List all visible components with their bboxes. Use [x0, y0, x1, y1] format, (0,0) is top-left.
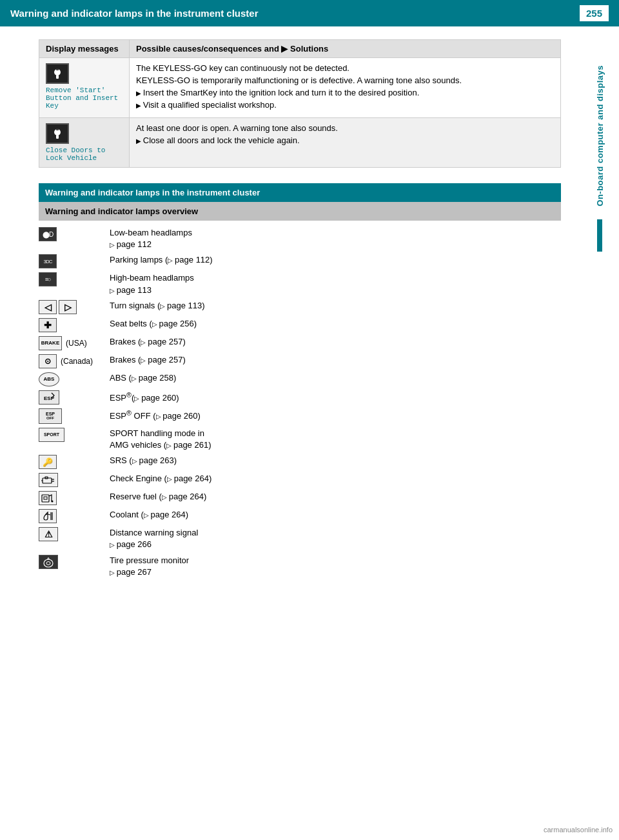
- lamp-desc: Brakes (page 257): [110, 354, 561, 366]
- row2-icon-label: Close Doors toLock Vehicle: [46, 146, 123, 162]
- list-item: ≡○ High-beam headlampspage 113: [39, 272, 561, 295]
- lamp-desc: High-beam headlampspage 113: [110, 272, 561, 295]
- list-item: Check Engine (page 264): [39, 473, 561, 487]
- lamp-desc: Coolant (page 264): [110, 509, 561, 521]
- list-item: ◁ ▷ Turn signals (page 113): [39, 300, 561, 314]
- svg-rect-4: [56, 135, 59, 139]
- lamp-desc: SPORT handling mode inAMG vehicles (page…: [110, 428, 561, 451]
- page-ref: page 113: [160, 301, 202, 310]
- esp-icon: ESP: [39, 390, 59, 405]
- col1-header: Display messages: [39, 40, 130, 58]
- row2-content: At least one door is open. A warning ton…: [130, 118, 561, 168]
- list-item: 🔑 SRS (page 263): [39, 455, 561, 469]
- page-ref: page 261: [166, 440, 208, 450]
- lamp-icon-col: ◁ ▷: [39, 300, 110, 314]
- sidebar-label: On-board computer and displays: [595, 65, 605, 206]
- table-row: Remove 'Start'Button and InsertKey The K…: [39, 58, 561, 118]
- lamp-desc: Reserve fuel (page 264): [110, 491, 561, 503]
- lamp-desc: Turn signals (page 113): [110, 300, 561, 312]
- parking-lamp-icon: 3DC: [39, 254, 57, 268]
- lamp-icon-col: SPORT: [39, 428, 110, 442]
- content-area: Display messages Possible causes/consequ…: [0, 39, 580, 595]
- row1-line2: KEYLESS-GO is temporarily malfunctioning…: [136, 75, 554, 85]
- table-row: Close Doors toLock Vehicle At least one …: [39, 118, 561, 168]
- page-ref: page 264: [167, 474, 209, 483]
- list-item: ⬤D Low-beam headlampspage 112: [39, 227, 561, 250]
- distance-warning-icon: ⚠: [39, 527, 58, 541]
- list-item: ⊙ (Canada) Brakes (page 257): [39, 354, 561, 368]
- header-title: Warning and indicator lamps in the instr…: [10, 8, 259, 19]
- lamp-desc: ABS (page 258): [110, 372, 561, 384]
- usa-label: (USA): [66, 339, 87, 348]
- row1-content: The KEYLESS-GO key can continuously not …: [130, 58, 561, 118]
- esp-icon-svg: ESP: [43, 392, 55, 403]
- right-sidebar: On-board computer and displays: [580, 39, 619, 595]
- page-ref: page 112: [168, 255, 210, 265]
- sport-icon: SPORT: [39, 428, 64, 442]
- lamp-icon-col: [39, 509, 110, 523]
- coolant-icon-svg: [41, 510, 55, 522]
- row1-line3: Insert the SmartKey into the ignition lo…: [136, 88, 554, 97]
- seatbelt-icon: ✚: [39, 318, 57, 332]
- svg-point-17: [44, 559, 53, 567]
- page-ref: page 256: [152, 319, 194, 328]
- reserve-fuel-icon: [39, 491, 57, 505]
- lamp-icon-col: ABS: [39, 372, 110, 386]
- svg-rect-1: [56, 75, 59, 79]
- list-item: 3DC Parking lamps (page 112): [39, 254, 561, 268]
- list-item: Coolant (page 264): [39, 509, 561, 523]
- page-ref: page 266: [110, 539, 152, 549]
- col2-header: Possible causes/consequences and ▶ Solut…: [130, 40, 561, 58]
- tire-icon-svg: [41, 556, 55, 568]
- abs-icon: ABS: [39, 372, 59, 386]
- list-item: Reserve fuel (page 264): [39, 491, 561, 505]
- page-ref: page 258: [132, 373, 173, 383]
- lamp-icon-col: ⊙ (Canada): [39, 354, 110, 368]
- display-messages-table: Display messages Possible causes/consequ…: [39, 39, 561, 168]
- lamp-desc: ESP® OFF (page 260): [110, 408, 561, 423]
- lamp-icon-col: ⬤D: [39, 227, 110, 241]
- lamp-icon-col: ESP OFF: [39, 408, 110, 424]
- page-ref: page 264: [144, 510, 186, 519]
- turn-signal-right-icon: ▷: [59, 300, 77, 314]
- lamp-icon-col: BRAKE (USA): [39, 336, 110, 350]
- lamp-desc: Parking lamps (page 112): [110, 254, 561, 266]
- list-item: ✚ Seat belts (page 256): [39, 318, 561, 332]
- brake-usa-icon: BRAKE: [39, 336, 62, 350]
- row2-icon-cell: Close Doors toLock Vehicle: [39, 118, 130, 168]
- keyless-icon: [46, 63, 69, 84]
- srs-icon: 🔑: [39, 455, 57, 469]
- row1-line1: The KEYLESS-GO key can continuously not …: [136, 63, 554, 73]
- page-ref: page 263: [132, 455, 174, 465]
- page-ref: page 257: [141, 337, 182, 346]
- sidebar-accent: [597, 219, 602, 252]
- section1-heading: Warning and indicator lamps in the instr…: [39, 183, 561, 202]
- brake-canada-icon: ⊙: [39, 354, 57, 368]
- lamp-icon-col: ESP: [39, 390, 110, 405]
- page-ref: page 260: [156, 411, 198, 421]
- close-doors-icon: [46, 123, 69, 144]
- lamp-icon-col: [39, 491, 110, 505]
- lamp-icon-col: [39, 473, 110, 487]
- list-item: ESP OFF ESP® OFF (page 260): [39, 408, 561, 424]
- header-bar: Warning and indicator lamps in the instr…: [0, 0, 619, 26]
- page-number: 255: [580, 5, 609, 21]
- lamp-desc: Tire pressure monitorpage 267: [110, 555, 561, 578]
- lamp-icon-col: 🔑: [39, 455, 110, 469]
- list-item: ESP ESP®(page 260): [39, 390, 561, 405]
- lamp-desc: Brakes (page 257): [110, 336, 561, 348]
- page-ref: page 267: [110, 567, 152, 577]
- watermark: carmanualsonline.info: [544, 826, 613, 834]
- high-beam-icon: ≡○: [39, 272, 57, 286]
- svg-point-14: [52, 501, 54, 503]
- lamp-icon-col: 3DC: [39, 254, 110, 268]
- list-item: Tire pressure monitorpage 267: [39, 555, 561, 578]
- list-item: BRAKE (USA) Brakes (page 257): [39, 336, 561, 350]
- canada-label: (Canada): [61, 357, 93, 366]
- check-engine-icon: [39, 473, 58, 487]
- row2-line1: At least one door is open. A warning ton…: [136, 123, 554, 133]
- lamp-desc: Distance warning signalpage 266: [110, 527, 561, 550]
- svg-rect-13: [44, 497, 47, 499]
- row1-line4: Visit a qualified specialist workshop.: [136, 100, 554, 110]
- keyless-icon-svg: [50, 66, 65, 81]
